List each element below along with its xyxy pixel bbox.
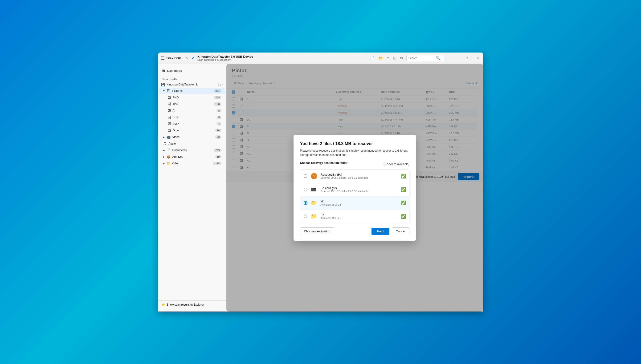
sidebar-item-count-jpg: 130 <box>214 102 221 106</box>
rescuezilla-name: Rescuezilla (H:) <box>321 173 398 176</box>
maximize-button[interactable]: □ <box>461 52 472 64</box>
show-explorer-button[interactable]: 📂 Show scan results in Explorer <box>162 303 222 306</box>
list-icon[interactable]: ≡ <box>387 56 389 60</box>
nav-icons: ⌂ ✔ <box>185 56 195 60</box>
fdrive-icon: 📁 <box>310 212 318 220</box>
svg-rect-4 <box>313 188 314 189</box>
device-list: 🛡 Rescuezilla (H:) External 29.2 GB disk… <box>300 169 409 223</box>
titlebar-center: ⌂ ✔ Kingston DataTraveler 3.0 USB Device… <box>181 55 448 61</box>
device-item-hdrive[interactable]: 📁 H:\ Available 28.2 GB ✅ <box>300 196 409 210</box>
sidebar-footer: 📂 Show scan results in Explorer <box>158 300 226 309</box>
hdrive-info: Available 28.2 GB <box>321 203 398 206</box>
app-title: Disk Drill <box>167 56 181 60</box>
titlebar: ☰ Disk Drill ⌂ ✔ Kingston DataTraveler 3… <box>158 52 483 64</box>
device-item-fdrive[interactable]: 📁 F:\ Available 450 GB ✅ <box>300 210 409 223</box>
dashboard-icon: ⊞ <box>162 68 165 73</box>
sidebar-dashboard[interactable]: ⊞ Dashboard <box>158 67 226 75</box>
close-button[interactable]: ✕ <box>472 52 483 64</box>
dialog-overlay: You have 2 files / 18.8 MB to recover Pl… <box>226 64 483 312</box>
svg-rect-3 <box>312 188 312 189</box>
sidebar-item-video[interactable]: ▶ 📹 Video 73 <box>159 134 225 140</box>
sidebar-item-count-archives: 10 <box>215 155 221 158</box>
titlebar-left: ☰ Disk Drill <box>161 56 181 61</box>
svg-rect-6 <box>315 188 316 189</box>
cancel-button[interactable]: Cancel <box>392 228 409 235</box>
hdrive-check-icon: ✅ <box>401 200 406 206</box>
chevron-down-icon: ▼ <box>163 90 165 92</box>
search-box[interactable]: 🔍 <box>406 55 444 61</box>
radio-sdcard[interactable] <box>304 188 307 192</box>
cr2-icon: 🖼 <box>168 115 171 119</box>
rescuezilla-info: External 29.2 GB disk • 28.2 GB availabl… <box>321 176 398 179</box>
sidebar-item-png[interactable]: 🖼 PNG 208 <box>164 94 225 101</box>
toolbar-icons: 📄 📂 ≡ ⊞ ⧉ 🔍 <box>370 55 444 61</box>
sidebar-item-label-other-pictures: Other <box>173 129 213 132</box>
sdcard-check-icon: ✅ <box>401 187 406 192</box>
pictures-icon: 🖼 <box>167 89 170 93</box>
other-icon: 📁 <box>167 162 171 165</box>
sidebar-item-label-ai: AI <box>173 109 215 112</box>
sidebar-item-other[interactable]: ▶ 📁 Other 1.4K <box>159 160 225 167</box>
sidebar-item-cr2[interactable]: 🖼 CR2 5 <box>164 114 225 120</box>
fdrive-name: F:\ <box>321 213 398 216</box>
sidebar-device-count: 2.1K <box>218 83 223 86</box>
sidebar-item-label-pictures: Pictures <box>172 89 212 92</box>
sidebar-item-ai[interactable]: 🖼 AI 8 <box>164 107 225 114</box>
explorer-icon: 📂 <box>162 303 165 306</box>
minimize-button[interactable]: − <box>451 52 461 64</box>
dialog-title: You have 2 files / 18.8 MB to recover <box>300 141 409 146</box>
folder-open-icon[interactable]: 📂 <box>379 56 383 60</box>
fdrive-check-icon: ✅ <box>401 214 406 219</box>
device-info: Kingston DataTraveler 3.0 USB Device Sca… <box>197 55 253 61</box>
sidebar-item-audio[interactable]: 🎵 Audio <box>159 140 225 147</box>
jpg-icon: 🖼 <box>168 102 171 106</box>
sidebar-item-count-png: 208 <box>214 96 221 99</box>
device-item-sdcard[interactable]: Sd card (S:) External 15.1 GB disk • 15.… <box>300 183 409 196</box>
file-icon[interactable]: 📄 <box>370 56 375 60</box>
sidebar-section-title: Scan results <box>158 75 226 82</box>
sidebar-item-count-documents: 295 <box>214 148 221 152</box>
sidebar-item-count-bmp: 4 <box>217 122 221 126</box>
hdrive-icon: 📁 <box>310 199 318 207</box>
window-controls: − □ ✕ <box>451 52 483 64</box>
device-item-rescuezilla[interactable]: 🛡 Rescuezilla (H:) External 29.2 GB disk… <box>300 170 409 183</box>
sidebar-item-documents[interactable]: ▶ 📄 Documents 295 <box>159 147 225 154</box>
device-status: Scan completed successfully <box>197 58 253 61</box>
devices-count: (6 devices available) <box>383 162 409 166</box>
dialog-section-title: Choose recovery destination folder <box>300 161 347 164</box>
png-icon: 🖼 <box>168 96 171 99</box>
split-icon[interactable]: ⧉ <box>400 56 403 60</box>
video-icon: 📹 <box>167 135 171 139</box>
sidebar-device-row[interactable]: 💾 Kingston DataTraveler 3... 2.1K <box>158 82 226 88</box>
other-pictures-icon: 🖼 <box>168 128 171 132</box>
sidebar-item-archives[interactable]: ▶ 📦 Archives 10 <box>159 154 225 160</box>
grid-icon[interactable]: ⊞ <box>393 56 396 60</box>
radio-fdrive[interactable] <box>304 214 307 218</box>
sidebar-item-bmp[interactable]: 🖼 BMP 4 <box>164 120 225 127</box>
home-icon[interactable]: ⌂ <box>185 56 188 60</box>
menu-icon[interactable]: ☰ <box>161 56 165 61</box>
search-input[interactable] <box>408 56 434 60</box>
sidebar-item-pictures[interactable]: ▼ 🖼 Pictures 371 <box>159 88 225 94</box>
sidebar-item-label-cr2: CR2 <box>173 116 215 119</box>
rescuezilla-details: Rescuezilla (H:) External 29.2 GB disk •… <box>321 173 398 179</box>
next-button[interactable]: Next <box>371 228 389 235</box>
radio-rescuezilla[interactable] <box>304 174 307 178</box>
sidebar-item-jpg[interactable]: 🖼 JPG 130 <box>164 101 225 107</box>
choose-destination-button[interactable]: Choose destination <box>300 228 334 235</box>
device-name: Kingston DataTraveler 3.0 USB Device <box>197 55 253 58</box>
hdd-icon: 💾 <box>161 83 165 86</box>
sidebar-item-count-ai: 8 <box>217 109 221 112</box>
sidebar-item-count-video: 73 <box>215 136 221 139</box>
svg-rect-5 <box>314 188 315 189</box>
chevron-right-video-icon: ▶ <box>163 136 165 139</box>
sidebar-item-other-pictures[interactable]: 🖼 Other 16 <box>164 127 225 134</box>
audio-icon: 🎵 <box>163 142 167 146</box>
sidebar-item-label-other: Other <box>172 162 211 165</box>
sdcard-details: Sd card (S:) External 15.1 GB disk • 15.… <box>321 186 398 192</box>
show-explorer-label: Show scan results in Explorer <box>167 303 204 306</box>
rescuezilla-icon: 🛡 <box>310 172 318 180</box>
sidebar-device-label: Kingston DataTraveler 3... <box>167 83 216 86</box>
sidebar-item-count-cr2: 5 <box>217 116 221 119</box>
radio-hdrive[interactable] <box>304 201 307 205</box>
